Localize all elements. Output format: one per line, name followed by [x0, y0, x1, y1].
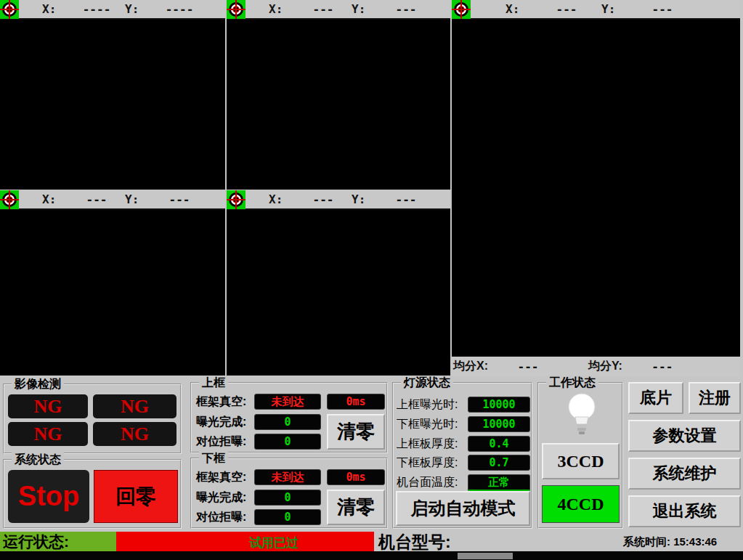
run-status-label: 运行状态:	[0, 532, 116, 551]
bottom-edge-notch	[458, 553, 513, 559]
parameter-settings-button[interactable]: 参数设置	[628, 420, 741, 452]
ng-indicator-2: NG	[93, 394, 176, 418]
x-coord-label: X:	[42, 192, 68, 206]
clear-button-lower[interactable]: 清零	[327, 490, 385, 525]
lower-frame-group: 下框 框架真空: 未到达 0ms 曝光完成: 0 对位拒曝: 0 清零	[190, 458, 388, 529]
ccd3-button[interactable]: 3CCD	[542, 443, 620, 479]
group-title: 下框	[199, 451, 228, 466]
table-temperature-field: 正常	[468, 474, 530, 492]
lower-board-thickness-field: 0.7	[468, 455, 530, 471]
camera2-view	[227, 20, 450, 190]
light-source-group: 灯源状态 上框曝光时: 10000 下框曝光时: 10000 上框板厚度: 0.…	[392, 382, 532, 529]
camera2-header: X: --- Y: ---	[227, 0, 450, 20]
x-coord-value: ---	[532, 2, 601, 16]
exposure-done-label: 曝光完成:	[196, 415, 246, 430]
vacuum-status-field: 未到达	[254, 469, 321, 485]
system-maintenance-button[interactable]: 系统维护	[628, 458, 741, 490]
system-time-label: 系统时间:	[623, 535, 670, 548]
image-detection-group: 影像检测 NG NG NG NG	[3, 384, 182, 454]
run-status-text: 运行状态:	[3, 532, 69, 552]
y-coord-value: ---	[378, 2, 434, 16]
average-coords-row: 均分X: --- 均分Y: ---	[452, 357, 740, 376]
y-coord-value: ---	[378, 192, 434, 206]
system-time: 系统时间: 15:43:46	[623, 535, 717, 549]
camera4-header: X: --- Y: ---	[0, 190, 225, 210]
avg-x-value: ---	[488, 360, 568, 373]
x-coord-value: ---	[68, 192, 125, 206]
vacuum-label: 框架真空:	[196, 470, 246, 485]
start-auto-mode-button[interactable]: 启动自动模式	[396, 491, 530, 526]
upper-exposure-time-label: 上框曝光时:	[397, 397, 458, 413]
camera3-header: X: --- Y: ---	[452, 0, 740, 20]
exposure-done-label: 曝光完成:	[196, 490, 246, 506]
x-coord-value: ---	[295, 192, 352, 206]
camera5-header: X: --- Y: ---	[227, 190, 450, 210]
x-coord-label: X:	[269, 192, 295, 206]
trial-status-bar: 试用已过	[116, 532, 374, 551]
register-button[interactable]: 注册	[689, 382, 741, 414]
y-coord-value: ---	[151, 192, 208, 206]
group-title: 系统状态	[12, 453, 64, 468]
clear-button-upper[interactable]: 清零	[327, 414, 385, 450]
align-reject-label: 对位拒曝:	[196, 434, 246, 450]
film-button[interactable]: 底片	[628, 382, 683, 414]
y-coord-label: Y:	[601, 2, 628, 16]
x-coord-value: ----	[68, 2, 125, 16]
vacuum-time-field: 0ms	[327, 394, 385, 410]
crosshair-icon	[227, 190, 245, 209]
y-coord-label: Y:	[125, 192, 151, 206]
machine-control-window: X: ---- Y: ---- X: --- Y: --- X: --- Y: …	[0, 0, 743, 560]
ng-indicator-4: NG	[93, 422, 176, 446]
upper-board-thickness-label: 上框板厚度:	[397, 437, 458, 452]
crosshair-icon	[0, 0, 19, 19]
camera3-view	[452, 20, 740, 357]
y-coord-value: ---	[628, 2, 697, 16]
avg-y-label: 均分Y:	[588, 359, 622, 374]
camera1-view	[0, 20, 225, 190]
trial-expired-text: 试用已过	[249, 535, 299, 551]
align-reject-label: 对位拒曝:	[196, 510, 246, 525]
x-coord-value: ---	[295, 2, 352, 16]
ng-indicator-1: NG	[8, 394, 88, 418]
system-status-group: 系统状态 Stop 回零	[3, 459, 182, 529]
upper-exposure-time-field: 10000	[468, 397, 530, 413]
vacuum-time-field: 0ms	[327, 469, 385, 485]
avg-x-label: 均分X:	[453, 359, 488, 374]
return-zero-button[interactable]: 回零	[94, 470, 178, 523]
group-title: 工作状态	[546, 376, 598, 391]
y-coord-label: Y:	[125, 2, 151, 16]
lower-exposure-time-label: 下框曝光时:	[397, 417, 458, 432]
x-coord-label: X:	[506, 2, 532, 16]
camera5-view	[227, 210, 450, 376]
vacuum-label: 框架真空:	[196, 394, 246, 410]
light-bulb-icon	[565, 392, 598, 440]
y-coord-value: ----	[151, 2, 208, 16]
upper-frame-group: 上框 框架真空: 未到达 0ms 曝光完成: 0 对位拒曝: 0 清零	[190, 382, 388, 453]
align-reject-field: 0	[254, 434, 321, 450]
camera4-view	[0, 210, 225, 376]
x-coord-label: X:	[42, 2, 68, 16]
avg-y-value: ---	[622, 360, 702, 373]
exposure-done-field: 0	[254, 490, 321, 506]
work-status-group: 工作状态 3CCD 4CCD	[537, 382, 623, 529]
stop-button[interactable]: Stop	[8, 470, 89, 523]
align-reject-field: 0	[254, 509, 321, 525]
vacuum-status-field: 未到达	[254, 394, 321, 410]
ccd4-button[interactable]: 4CCD	[542, 485, 620, 523]
group-title: 影像检测	[12, 377, 64, 392]
lower-exposure-time-field: 10000	[468, 416, 530, 432]
upper-board-thickness-field: 0.4	[468, 436, 530, 452]
y-coord-label: Y:	[352, 192, 378, 206]
crosshair-icon	[227, 0, 245, 19]
camera1-header: X: ---- Y: ----	[0, 0, 225, 20]
x-coord-label: X:	[269, 2, 295, 16]
system-time-value: 15:43:46	[673, 535, 717, 548]
exit-system-button[interactable]: 退出系统	[628, 495, 741, 527]
machine-model-label: 机台型号:	[378, 531, 451, 553]
group-title: 灯源状态	[401, 376, 453, 391]
group-title: 上框	[199, 376, 228, 391]
table-temperature-label: 机台面温度:	[397, 475, 458, 490]
y-coord-label: Y:	[352, 2, 378, 16]
crosshair-icon	[0, 190, 19, 209]
ng-indicator-3: NG	[8, 422, 88, 446]
